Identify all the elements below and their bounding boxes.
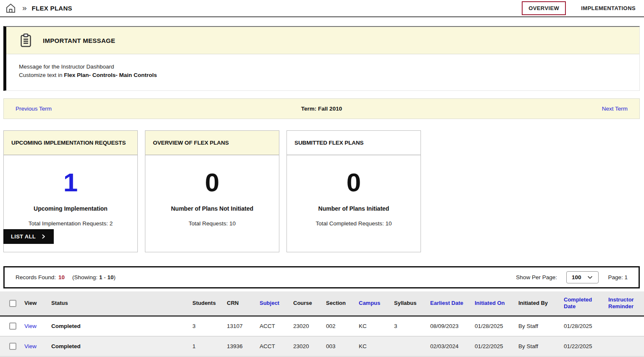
- nav-tabs: OVERVIEW IMPLEMENTATIONS: [522, 1, 638, 15]
- records-summary-bar: Records Found: 10 (Showing: 1 - 10) Show…: [3, 266, 640, 288]
- card-header: OVERVIEW OF FLEX PLANS: [145, 131, 279, 155]
- tab-overview[interactable]: OVERVIEW: [522, 1, 566, 15]
- cell-initiated_on: 01/22/2025: [470, 336, 513, 356]
- chevron-right-icon: [41, 234, 46, 239]
- cell-subject: ACCT: [255, 316, 288, 336]
- cell-initiated_on: 01/28/2025: [470, 316, 513, 336]
- cell-section: 003: [321, 336, 354, 356]
- card-header: UPCOMING IMPLEMENTATION REQUESTS: [4, 131, 137, 155]
- showing-range: (Showing: 1 - 10): [72, 274, 116, 280]
- card-label: Upcoming Implementation: [4, 205, 137, 212]
- tab-implementations[interactable]: IMPLEMENTATIONS: [578, 2, 638, 15]
- table-row: ViewCompleted113936ACCT23020003KC02/03/2…: [0, 336, 644, 356]
- message-line-2: Customize text in Flex Plan- Controls- M…: [19, 71, 627, 79]
- current-term-label: Term: Fall 2010: [301, 106, 342, 112]
- cell-completed_date: 01/22/2025: [559, 336, 603, 356]
- view-link[interactable]: View: [24, 343, 37, 349]
- home-button[interactable]: [5, 3, 16, 14]
- column-header-completed_date: Completed Date: [559, 291, 603, 316]
- message-line-1: Message for the Instructor Dashboard: [19, 63, 627, 71]
- column-header-initiated_by: Initiated By: [513, 291, 559, 316]
- column-header-syllabus: Syllabus: [389, 291, 425, 316]
- column-header-section: Section: [321, 291, 354, 316]
- important-message-header: IMPORTANT MESSAGE: [6, 27, 639, 54]
- cell-subject: ACCT: [255, 336, 288, 356]
- card-submitted-flex-plans: SUBMITTED FLEX PLANS 0 Number of Plans I…: [287, 130, 421, 252]
- card-label: Number of Plans Not Initiated: [145, 205, 279, 212]
- cell-initiated_by: By Staff: [513, 316, 559, 336]
- cell-initiated_by: By Staff: [513, 336, 559, 356]
- column-header-crn: CRN: [222, 291, 255, 316]
- flex-plans-table: ViewStatusStudentsCRNSubjectCourseSectio…: [0, 291, 644, 357]
- cell-crn: 13107: [222, 316, 255, 336]
- breadcrumb-separator-icon: »: [22, 3, 27, 13]
- row-checkbox[interactable]: [9, 343, 16, 350]
- column-header-earliest_date: Earliest Date: [425, 291, 470, 316]
- cell-campus: KC: [354, 316, 389, 336]
- cell-syllabus: [389, 336, 425, 356]
- card-sublabel: Total Implementation Requests: 2: [4, 220, 137, 227]
- select-all-checkbox[interactable]: [9, 300, 16, 307]
- table-row: ViewCompleted313107ACCT23020002KC308/09/…: [0, 316, 644, 336]
- card-value: 0: [287, 169, 421, 196]
- card-upcoming-implementation-requests: UPCOMING IMPLEMENTATION REQUESTS 1 Upcom…: [3, 130, 138, 252]
- card-sublabel: Total Completed Requests: 10: [287, 220, 421, 227]
- cell-campus: KC: [354, 336, 389, 356]
- select-all-header: [0, 291, 19, 316]
- row-checkbox[interactable]: [9, 323, 16, 330]
- important-message-body: Message for the Instructor Dashboard Cus…: [6, 54, 639, 90]
- cell-section: 002: [321, 316, 354, 336]
- table-body: ViewCompleted313107ACCT23020002KC308/09/…: [0, 316, 644, 356]
- card-value: 0: [145, 169, 279, 196]
- table-header: ViewStatusStudentsCRNSubjectCourseSectio…: [0, 291, 644, 316]
- cell-completed_date: 01/28/2025: [559, 316, 603, 336]
- cell-students: 3: [187, 316, 222, 336]
- previous-term-link[interactable]: Previous Term: [16, 106, 52, 112]
- summary-cards: UPCOMING IMPLEMENTATION REQUESTS 1 Upcom…: [3, 130, 641, 252]
- card-header: SUBMITTED FLEX PLANS: [287, 131, 421, 155]
- cell-students: 1: [187, 336, 222, 356]
- column-header-instructor_reminder: Instructor Reminder: [603, 291, 644, 316]
- records-found-count: 10: [58, 274, 65, 280]
- cell-status: Completed: [46, 336, 187, 356]
- column-header-initiated_on: Initiated On: [470, 291, 513, 316]
- important-message-panel: IMPORTANT MESSAGE Message for the Instru…: [3, 26, 640, 91]
- cell-earliest_date: 08/09/2023: [425, 316, 470, 336]
- cell-select: [0, 316, 19, 336]
- per-page-select[interactable]: 100: [566, 271, 599, 283]
- column-header-view: View: [19, 291, 46, 316]
- column-header-subject: Subject: [255, 291, 288, 316]
- cell-course: 23020: [288, 336, 321, 356]
- cell-select: [0, 336, 19, 356]
- card-overview-of-flex-plans: OVERVIEW OF FLEX PLANS 0 Number of Plans…: [145, 130, 279, 252]
- table-header-row: ViewStatusStudentsCRNSubjectCourseSectio…: [0, 291, 644, 316]
- clipboard-icon: [19, 33, 33, 48]
- page-title: FLEX PLANS: [32, 5, 72, 12]
- column-header-course: Course: [288, 291, 321, 316]
- top-navigation-bar: » FLEX PLANS OVERVIEW IMPLEMENTATIONS: [0, 0, 644, 17]
- column-header-campus: Campus: [354, 291, 389, 316]
- cell-crn: 13936: [222, 336, 255, 356]
- card-value: 1: [4, 169, 137, 196]
- card-title: OVERVIEW OF FLEX PLANS: [153, 140, 229, 146]
- column-header-status: Status: [46, 291, 187, 316]
- cell-syllabus: 3: [389, 316, 425, 336]
- next-term-link[interactable]: Next Term: [602, 106, 628, 112]
- cell-instructor_reminder: [603, 336, 644, 356]
- card-sublabel: Total Requests: 10: [145, 220, 279, 227]
- home-icon: [5, 3, 16, 14]
- cell-instructor_reminder: [603, 316, 644, 336]
- cell-earliest_date: 02/03/2024: [425, 336, 470, 356]
- term-navigation-bar: Previous Term Term: Fall 2010 Next Term: [3, 98, 640, 119]
- cell-view: View: [19, 316, 46, 336]
- important-message-title: IMPORTANT MESSAGE: [43, 37, 115, 44]
- list-all-button[interactable]: LIST ALL: [3, 229, 54, 244]
- column-header-students: Students: [187, 291, 222, 316]
- chevron-down-icon: [587, 274, 593, 280]
- pagination-controls: Show Per Page: 100 Page: 1: [516, 271, 628, 283]
- cell-view: View: [19, 336, 46, 356]
- page-indicator: Page: 1: [608, 274, 628, 280]
- cell-course: 23020: [288, 316, 321, 336]
- view-link[interactable]: View: [24, 323, 37, 329]
- card-label: Number of Plans Initiated: [287, 205, 421, 212]
